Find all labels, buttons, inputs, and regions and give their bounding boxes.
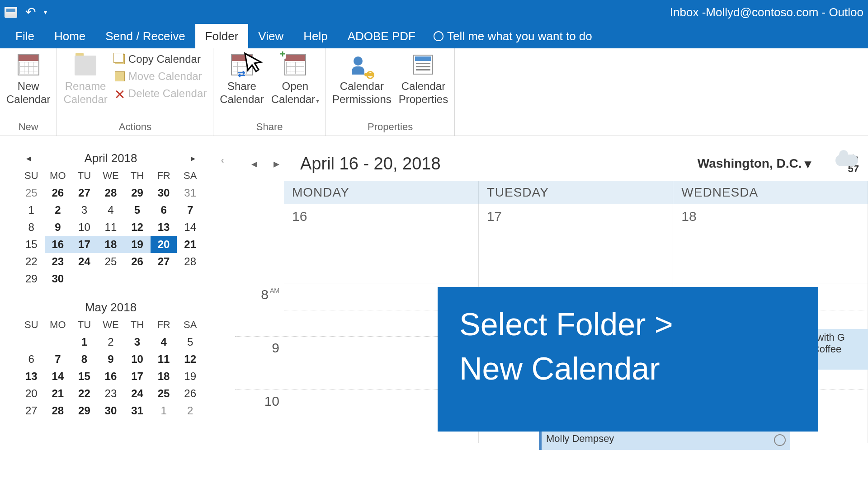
mini-day[interactable]: 27 [151, 253, 177, 270]
mini-day[interactable]: 29 [18, 270, 45, 287]
tab-view[interactable]: View [248, 24, 293, 48]
mini-day[interactable]: 26 [45, 184, 71, 202]
mini-day[interactable]: 22 [18, 253, 45, 270]
mini-day[interactable]: 5 [124, 202, 151, 219]
tab-send-receive[interactable]: Send / Receive [95, 24, 195, 48]
mini-day[interactable] [98, 270, 124, 287]
mini-day[interactable]: 26 [124, 253, 151, 270]
mini-day[interactable]: 8 [71, 351, 98, 368]
mini-day[interactable]: 3 [71, 202, 98, 219]
mini-day[interactable]: 6 [151, 202, 177, 219]
new-calendar-button[interactable]: New Calendar [4, 51, 53, 107]
mini-day[interactable]: 10 [124, 351, 151, 368]
mini-day[interactable]: 17 [71, 236, 98, 253]
collapse-navigation-icon[interactable]: ‹ [218, 153, 227, 167]
open-calendar-button[interactable]: + Open Calendar▾ [269, 51, 322, 107]
mini-day[interactable]: 19 [177, 368, 203, 385]
mini-day[interactable]: 30 [98, 402, 124, 419]
mini-day[interactable]: 28 [45, 402, 71, 419]
mini-day[interactable]: 24 [124, 385, 151, 402]
mini-day[interactable]: 31 [124, 402, 151, 419]
mini-day[interactable]: 7 [177, 202, 203, 219]
mini-day[interactable] [45, 333, 71, 351]
weather-widget[interactable]: To 57 [829, 153, 859, 174]
mini-day[interactable]: 31 [177, 184, 203, 202]
mini-day[interactable]: 4 [151, 333, 177, 351]
mini-day[interactable] [151, 270, 177, 287]
day-number[interactable]: 18 [673, 204, 868, 283]
mini-day[interactable]: 23 [45, 253, 71, 270]
mini-day[interactable]: 2 [177, 402, 203, 419]
mini-day[interactable]: 23 [98, 385, 124, 402]
mini-day[interactable]: 20 [151, 236, 177, 253]
qat-customize-icon[interactable]: ▾ [44, 9, 47, 16]
mini-day[interactable]: 2 [45, 202, 71, 219]
mini-day[interactable]: 13 [18, 368, 45, 385]
calendar-event-molly[interactable]: Molly Dempsey [539, 430, 790, 450]
mini-day[interactable]: 29 [124, 184, 151, 202]
mini-day[interactable]: 7 [45, 351, 71, 368]
copy-calendar-button[interactable]: Copy Calendar [112, 51, 209, 67]
mini-day[interactable]: 16 [45, 236, 71, 253]
mini-day[interactable]: 25 [18, 184, 45, 202]
mini-day[interactable]: 6 [18, 351, 45, 368]
mini-day[interactable]: 18 [98, 236, 124, 253]
mini-day[interactable]: 27 [18, 402, 45, 419]
mini-day[interactable] [18, 333, 45, 351]
send-receive-qat-icon[interactable] [5, 7, 17, 18]
mini-day[interactable]: 15 [71, 368, 98, 385]
mini-day[interactable]: 20 [18, 385, 45, 402]
mini-day[interactable] [177, 270, 203, 287]
mini-day[interactable]: 11 [151, 351, 177, 368]
mini-day[interactable]: 11 [98, 219, 124, 236]
tab-file[interactable]: File [5, 24, 44, 48]
undo-icon[interactable]: ↶ [25, 5, 36, 19]
mini-day[interactable]: 14 [45, 368, 71, 385]
mini-day[interactable]: 19 [124, 236, 151, 253]
mini-day[interactable]: 30 [151, 184, 177, 202]
mini-day[interactable]: 12 [177, 351, 203, 368]
mini-day[interactable]: 22 [71, 385, 98, 402]
weather-location[interactable]: Washington, D.C.▾ [698, 156, 811, 171]
mini-day[interactable]: 14 [177, 219, 203, 236]
mini-day[interactable]: 29 [71, 402, 98, 419]
mini-day[interactable]: 8 [18, 219, 45, 236]
mini-day[interactable] [124, 270, 151, 287]
day-number[interactable]: 17 [479, 204, 674, 283]
mini-day[interactable]: 1 [18, 202, 45, 219]
share-calendar-button[interactable]: ⇄ Share Calendar [217, 51, 266, 107]
mini-day[interactable]: 17 [124, 368, 151, 385]
mini-calendar-grid[interactable]: SUMOTUWETHFRSA12345678910111213141516171… [18, 316, 203, 419]
mini-day[interactable]: 25 [98, 253, 124, 270]
mini-day[interactable]: 28 [177, 253, 203, 270]
mini-day[interactable]: 16 [98, 368, 124, 385]
mini-day[interactable]: 28 [98, 184, 124, 202]
mini-day[interactable]: 2 [98, 333, 124, 351]
mini-day[interactable]: 30 [45, 270, 71, 287]
mini-day[interactable]: 15 [18, 236, 45, 253]
next-week-icon[interactable]: ▸ [270, 155, 283, 173]
tab-help[interactable]: Help [293, 24, 337, 48]
mini-day[interactable]: 3 [124, 333, 151, 351]
mini-day[interactable]: 10 [71, 219, 98, 236]
tab-folder[interactable]: Folder [195, 24, 249, 48]
mini-day[interactable]: 21 [177, 236, 203, 253]
tell-me-search[interactable]: Tell me what you want to do [425, 24, 592, 48]
mini-day[interactable]: 18 [151, 368, 177, 385]
mini-day[interactable] [71, 270, 98, 287]
mini-day[interactable]: 26 [177, 385, 203, 402]
mini-day[interactable]: 27 [71, 184, 98, 202]
mini-day[interactable]: 9 [98, 351, 124, 368]
mini-day[interactable]: 1 [151, 402, 177, 419]
mini-day[interactable]: 13 [151, 219, 177, 236]
mini-day[interactable]: 25 [151, 385, 177, 402]
mini-day[interactable]: 12 [124, 219, 151, 236]
mini-day[interactable]: 4 [98, 202, 124, 219]
tab-adobe-pdf[interactable]: ADOBE PDF [338, 24, 425, 48]
tab-home[interactable]: Home [44, 24, 95, 48]
mini-day[interactable]: 5 [177, 333, 203, 351]
mini-day[interactable]: 24 [71, 253, 98, 270]
prev-month-icon[interactable]: ◂ [23, 151, 34, 165]
mini-day[interactable]: 1 [71, 333, 98, 351]
next-month-icon[interactable]: ▸ [187, 151, 199, 165]
